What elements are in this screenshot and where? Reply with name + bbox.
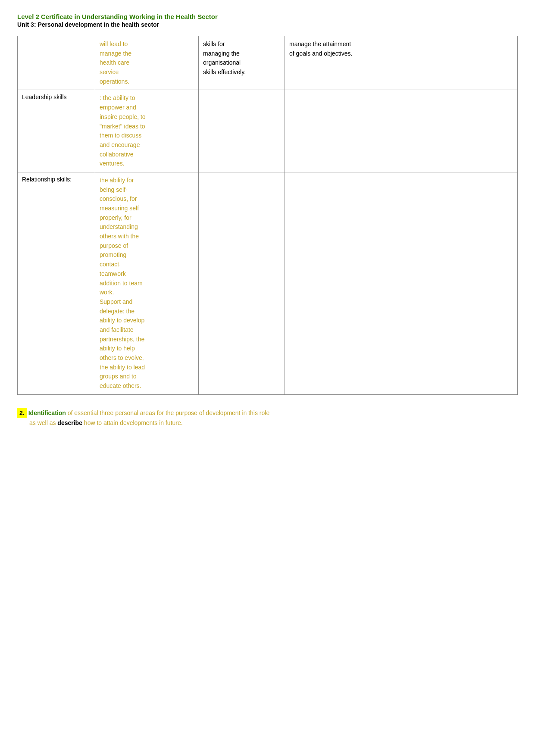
cell-label-1 [18,36,95,90]
footer-text2: as well as [29,419,57,426]
cell-col3-3 [199,172,285,394]
cell-col2-2: : the ability to empower and inspire peo… [95,90,199,172]
header-title: Level 2 Certificate in Understanding Wor… [17,13,518,20]
cell-col3-1: skills for managing the organisational s… [199,36,285,90]
cell-col3-2 [199,90,285,172]
footer-text3: how to attain developments in future. [82,419,183,426]
cell-col4-3 [285,172,518,394]
footer-section: 2.Identification of essential three pers… [17,408,518,428]
header-subtitle: Unit 3: Personal development in the heal… [17,21,518,28]
cell-label-3: Relationship skills: [18,172,95,394]
cell-col4-2 [285,90,518,172]
table-row: will lead to manage the health care serv… [18,36,518,90]
cell-col4-1: manage the attainment of goals and objec… [285,36,518,90]
table-row: Relationship skills: the ability for bei… [18,172,518,394]
footer-identification: Identification [28,409,66,416]
cell-col2-1: will lead to manage the health care serv… [95,36,199,90]
footer-number: 2. [17,408,27,418]
footer-describe: describe [57,419,82,426]
table-row: Leadership skills : the ability to empow… [18,90,518,172]
cell-col2-3: the ability for being self- conscious, f… [95,172,199,394]
cell-label-2: Leadership skills [18,90,95,172]
footer-text1: of essential three personal areas for th… [66,409,269,416]
main-table: will lead to manage the health care serv… [17,36,518,395]
